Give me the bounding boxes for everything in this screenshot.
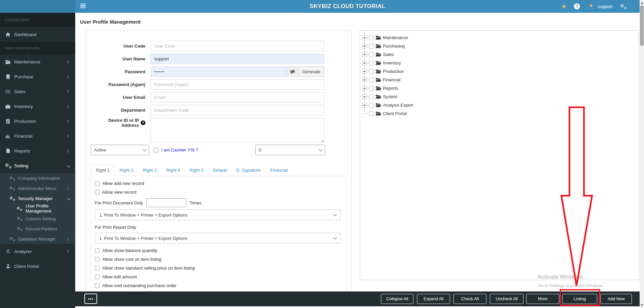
cashier-label[interactable]: I am Cashier Y/N ?	[161, 147, 198, 152]
tab-financial[interactable]: Financial	[265, 165, 292, 176]
scroll-down-button[interactable]	[640, 302, 644, 308]
user-name-input[interactable]	[150, 54, 324, 64]
print-times-input[interactable]	[146, 198, 186, 207]
expand-icon[interactable]	[362, 94, 367, 99]
tab-right-4[interactable]: Right 4	[162, 165, 185, 176]
tree-checkbox[interactable]	[369, 61, 374, 65]
expand-icon[interactable]	[362, 35, 367, 40]
password-again-input[interactable]	[150, 79, 324, 90]
tab-d-signature[interactable]: D. Signature	[231, 165, 265, 176]
user-email-input[interactable]	[150, 92, 324, 103]
password-again-label: Password (Again)	[91, 82, 145, 87]
print-document-option-select[interactable]: 1. Print To Window + Printer + Export Op…	[95, 209, 341, 220]
expand-icon[interactable]	[362, 86, 367, 91]
folder-icon	[375, 69, 381, 74]
expand-all-button[interactable]: Expand All	[417, 294, 450, 304]
cashier-checkbox[interactable]	[154, 148, 159, 152]
sidebar-item-client-portal[interactable]: Client Portal	[0, 259, 75, 274]
user-code-input[interactable]	[150, 41, 324, 51]
tab-right-2[interactable]: Right 2	[115, 165, 138, 176]
checkbox-label[interactable]: Allow show cost on item listing	[102, 257, 162, 262]
sidebar-item-analyzer[interactable]: Analyzer	[0, 244, 75, 259]
department-input[interactable]	[150, 105, 324, 115]
generate-password-button[interactable]: Generate	[299, 66, 324, 77]
sidebar-item-security-manager[interactable]: Security Manager	[0, 193, 75, 203]
tree-checkbox[interactable]	[369, 44, 374, 49]
tree-checkbox[interactable]	[369, 69, 374, 74]
tree-checkbox[interactable]	[369, 111, 374, 116]
avatar	[587, 3, 595, 10]
collapse-all-button[interactable]: Collapse All	[381, 294, 414, 304]
sidebar-item-company-information[interactable]: Company Information	[0, 173, 75, 183]
allow-show-cost-checkbox[interactable]	[95, 257, 100, 262]
chevron-down-icon	[67, 164, 71, 167]
vertical-scrollbar[interactable]	[640, 0, 644, 308]
user-menu[interactable]: support	[587, 3, 613, 10]
question-circle-icon[interactable]: ?	[141, 120, 145, 125]
scroll-up-button[interactable]	[640, 0, 644, 6]
scrollbar-thumb[interactable]	[640, 6, 644, 46]
sidebar-item-column-setting[interactable]: Column Setting	[0, 214, 75, 224]
allow-edit-amount-checkbox[interactable]	[95, 275, 100, 279]
expand-icon[interactable]	[362, 103, 367, 108]
sidebar-item-sales[interactable]: Sales	[0, 84, 75, 99]
chevron-left-icon	[67, 105, 71, 108]
tree-checkbox[interactable]	[369, 94, 374, 99]
device-id-textarea[interactable]	[150, 118, 324, 143]
checkbox-label[interactable]: Allow void outstanding purchase order	[102, 283, 176, 288]
tree-checkbox[interactable]	[369, 86, 374, 91]
password-input[interactable]	[150, 66, 286, 77]
toggle-password-visibility-button[interactable]	[286, 66, 299, 77]
allow-show-standard-selling-price-checkbox[interactable]	[95, 266, 100, 271]
expand-icon[interactable]	[362, 44, 367, 49]
sidebar-item-inventory[interactable]: Inventory	[0, 99, 75, 114]
sidebar-item-database-manager[interactable]: Database Manager	[0, 234, 75, 244]
sidebar-item-administrator-menu[interactable]: Administrator Menu	[0, 183, 75, 193]
expand-icon[interactable]	[362, 52, 367, 57]
uncheck-all-button[interactable]: Uncheck All	[490, 294, 524, 304]
tree-checkbox[interactable]	[369, 103, 374, 108]
more-options-dots-button[interactable]: •••	[84, 293, 97, 304]
tree-checkbox[interactable]	[369, 52, 374, 57]
sidebar-item-purchase[interactable]: Purchase	[0, 69, 75, 84]
checkbox-label[interactable]: Allow add new record	[102, 181, 144, 186]
tree-checkbox[interactable]	[369, 78, 374, 82]
help-icon[interactable]: ?	[574, 3, 580, 9]
tab-right-3[interactable]: Right 3	[138, 165, 161, 176]
allow-show-balance-quantity-checkbox[interactable]	[95, 248, 100, 253]
print-report-option-select[interactable]: 1. Print To Window + Printer + Export Op…	[95, 233, 341, 244]
allow-void-outstanding-po-checkbox[interactable]	[95, 283, 100, 288]
tab-right-5[interactable]: Right 5	[185, 165, 208, 176]
check-all-button[interactable]: Check All	[453, 294, 486, 304]
allow-view-record-checkbox[interactable]	[95, 190, 100, 195]
sidebar-item-financial[interactable]: Financial	[0, 129, 75, 143]
sidebar-item-record-partition[interactable]: Record Partition	[0, 224, 75, 234]
tree-checkbox[interactable]	[369, 35, 374, 40]
sidebar-item-production[interactable]: Production	[0, 114, 75, 129]
expand-icon[interactable]	[362, 60, 367, 65]
checkbox-label[interactable]: Allow view record	[102, 190, 136, 195]
tab-right-1[interactable]: Right 1	[91, 165, 115, 176]
checkbox-label[interactable]: Allow edit amount	[102, 274, 137, 279]
checkbox-label[interactable]: Allow show standard selling price on ite…	[102, 265, 195, 271]
more-button[interactable]: More	[526, 294, 559, 304]
status-select[interactable]: Active	[91, 145, 149, 155]
favorite-star-icon[interactable]: ★	[561, 3, 566, 10]
listing-button[interactable]: Listing	[562, 294, 597, 304]
expand-icon[interactable]	[362, 69, 367, 74]
settings-gears-icon[interactable]	[620, 4, 626, 9]
sidebar-item-user-profile-management[interactable]: User Profile Management	[0, 203, 75, 214]
bar-chart-icon	[5, 134, 11, 138]
allow-add-new-record-checkbox[interactable]	[95, 181, 100, 186]
sidebar-item-reports[interactable]: Reports	[0, 143, 75, 158]
sidebar-item-maintenance[interactable]: Maintenance	[0, 54, 75, 69]
sidebar-item-dashboard[interactable]: Dashboard	[0, 27, 75, 42]
hamburger-menu-icon[interactable]	[80, 4, 86, 9]
sidebar-item-setting[interactable]: Setting	[0, 158, 75, 173]
tab-default[interactable]: Default	[208, 165, 231, 176]
group-select[interactable]: 0	[255, 145, 325, 155]
checkbox-label[interactable]: Allow show balance quantity	[102, 248, 157, 253]
expand-icon[interactable]	[362, 77, 367, 82]
tree-item-maintenance: Maintenance	[362, 33, 636, 42]
add-new-button[interactable]: Add New	[600, 294, 632, 304]
